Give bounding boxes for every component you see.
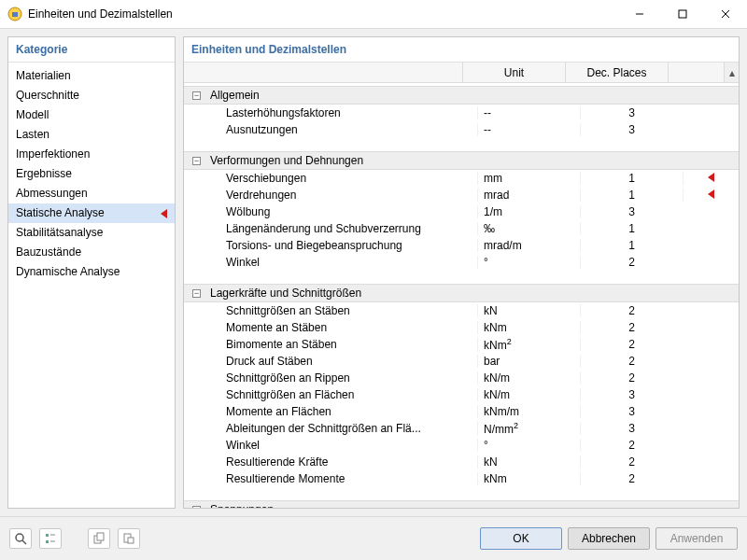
setting-dec[interactable]: 2 (580, 256, 683, 269)
setting-dec[interactable]: 1 (580, 239, 683, 252)
category-heading: Kategorie (8, 37, 175, 63)
grid-body[interactable]: −AllgemeinLasterhöhungsfaktoren--3Ausnut… (184, 86, 739, 508)
category-item[interactable]: Lasten (8, 125, 175, 145)
setting-dec[interactable]: 3 (580, 205, 683, 218)
data-row[interactable]: Resultierende MomentekNm2 (184, 470, 739, 487)
setting-dec[interactable]: 3 (580, 388, 683, 401)
data-row[interactable]: Schnittgrößen an StäbenkN2 (184, 302, 739, 319)
setting-unit[interactable]: ° (477, 439, 580, 452)
setting-dec[interactable]: 2 (580, 321, 683, 334)
setting-unit[interactable]: mrad (477, 189, 580, 202)
close-button[interactable] (704, 0, 747, 28)
collapse-icon[interactable]: − (192, 157, 201, 165)
category-item[interactable]: Modell (8, 105, 175, 125)
category-item[interactable]: Abmessungen (8, 184, 175, 203)
setting-unit[interactable]: kN (477, 304, 580, 317)
category-item[interactable]: Stabilitätsanalyse (8, 223, 175, 243)
data-row[interactable]: Lasterhöhungsfaktoren--3 (184, 105, 739, 121)
svg-rect-3 (679, 10, 686, 18)
setting-dec[interactable]: 1 (580, 189, 683, 202)
data-row[interactable]: Schnittgrößen an RippenkN/m2 (184, 370, 739, 386)
paste-icon-button[interactable] (118, 528, 140, 549)
data-row[interactable]: Momente an FlächenkNm/m3 (184, 403, 739, 420)
data-row[interactable]: Ableitungen der Schnittgrößen an Flä...N… (184, 420, 739, 437)
search-icon-button[interactable] (9, 528, 32, 549)
category-item[interactable]: Ergebnisse (8, 164, 175, 184)
setting-dec[interactable]: 2 (580, 439, 683, 452)
data-row[interactable]: Verdrehungenmrad1 (184, 187, 739, 203)
scroll-up-icon[interactable]: ▴ (724, 63, 739, 82)
setting-unit[interactable]: ° (477, 256, 580, 269)
data-row[interactable]: Längenänderung und Schubverzerrung‰1 (184, 220, 739, 237)
data-row[interactable]: Bimomente an StäbenkNm22 (184, 336, 739, 353)
setting-dec[interactable]: 2 (580, 304, 683, 317)
setting-unit[interactable]: -- (477, 123, 580, 136)
setting-unit[interactable]: kNm/m (477, 405, 580, 418)
titlebar: Einheiten und Dezimalstellen (0, 0, 747, 28)
maximize-button[interactable] (661, 0, 704, 28)
copy-icon-button[interactable] (88, 528, 110, 549)
collapse-icon[interactable]: − (192, 506, 201, 509)
data-row[interactable]: Momente an StäbenkNm2 (184, 319, 739, 336)
data-row[interactable]: Winkel°2 (184, 254, 739, 271)
group-row[interactable]: −Verformungen und Dehnungen (184, 151, 739, 170)
category-item-label: Lasten (16, 127, 167, 143)
setting-unit[interactable]: mrad/m (477, 239, 580, 252)
category-item[interactable]: Bauzustände (8, 243, 175, 262)
setting-dec[interactable]: 3 (580, 123, 683, 136)
setting-unit[interactable]: kNm (477, 472, 580, 485)
setting-dec[interactable]: 3 (580, 422, 683, 435)
category-item[interactable]: Dynamische Analyse (8, 262, 175, 282)
category-item[interactable]: Materialien (8, 66, 175, 86)
setting-dec[interactable]: 3 (580, 405, 683, 418)
data-row[interactable]: Winkel°2 (184, 437, 739, 454)
setting-dec[interactable]: 2 (580, 472, 683, 485)
setting-dec[interactable]: 2 (580, 455, 683, 469)
category-item-label: Querschnitte (16, 88, 167, 104)
setting-unit[interactable]: mm (477, 172, 580, 185)
setting-unit[interactable]: ‰ (477, 222, 580, 235)
category-item[interactable]: Statische Analyse (8, 203, 175, 223)
setting-name: Schnittgrößen an Rippen (184, 371, 477, 385)
minimize-button[interactable] (618, 0, 661, 28)
data-row[interactable]: Schnittgrößen an FlächenkN/m3 (184, 386, 739, 403)
collapse-icon[interactable]: − (192, 91, 201, 100)
data-row[interactable]: Ausnutzungen--3 (184, 121, 739, 138)
setting-unit[interactable]: kNm2 (477, 337, 580, 352)
data-row[interactable]: Verschiebungenmm1 (184, 170, 739, 187)
setting-unit[interactable]: 1/m (477, 205, 580, 218)
column-unit: Unit (462, 63, 565, 82)
settings-panel: Einheiten und Dezimalstellen Unit Dec. P… (183, 36, 740, 509)
data-row[interactable]: Resultierende KräftekN2 (184, 454, 739, 470)
setting-dec[interactable]: 2 (580, 338, 683, 351)
group-title: Verformungen und Dehnungen (210, 154, 363, 167)
data-row[interactable]: Wölbung1/m3 (184, 203, 739, 220)
group-row[interactable]: −Allgemein (184, 86, 739, 105)
flag-icon (161, 209, 167, 218)
apply-button[interactable]: Anwenden (655, 527, 738, 550)
category-item[interactable]: Imperfektionen (8, 145, 175, 164)
cancel-button[interactable]: Abbrechen (568, 527, 650, 550)
setting-unit[interactable]: kNm (477, 321, 580, 334)
setting-dec[interactable]: 2 (580, 371, 683, 385)
data-row[interactable]: Torsions- und Biegebeanspruchungmrad/m1 (184, 237, 739, 254)
setting-dec[interactable]: 1 (580, 172, 683, 185)
setting-unit[interactable]: kN/m (477, 388, 580, 401)
setting-dec[interactable]: 1 (580, 222, 683, 235)
setting-unit[interactable]: N/mm2 (477, 421, 580, 436)
setting-name: Momente an Stäben (184, 321, 477, 334)
setting-unit[interactable]: bar (477, 355, 580, 368)
setting-unit[interactable]: kN/m (477, 371, 580, 385)
setting-dec[interactable]: 2 (580, 355, 683, 368)
collapse-icon[interactable]: − (192, 289, 201, 298)
data-row[interactable]: Druck auf Stäbenbar2 (184, 353, 739, 370)
ok-button[interactable]: OK (480, 527, 562, 550)
setting-dec[interactable]: 3 (580, 106, 683, 119)
setting-unit[interactable]: -- (477, 106, 580, 119)
svg-rect-1 (12, 12, 18, 17)
setting-unit[interactable]: kN (477, 455, 580, 469)
category-item[interactable]: Querschnitte (8, 86, 175, 105)
list-icon-button[interactable] (39, 528, 62, 549)
group-row[interactable]: −Spannungen (184, 500, 739, 508)
group-row[interactable]: −Lagerkräfte und Schnittgrößen (184, 284, 739, 302)
